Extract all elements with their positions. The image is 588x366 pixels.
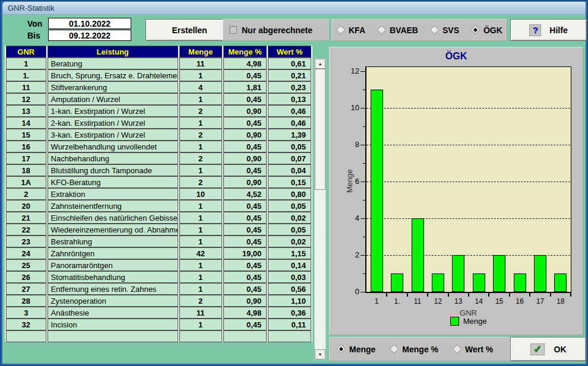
table-cell: 1	[179, 224, 222, 235]
table-cell: 0,45	[223, 200, 267, 212]
insurer-radio-svs[interactable]: SVS	[431, 26, 459, 35]
table-row[interactable]: 131-kan. Exstirpation / Wurzel20,900,46	[6, 105, 311, 117]
table-cell: 1,15	[268, 247, 311, 259]
hilfe-button[interactable]: ? Hilfe	[510, 19, 587, 41]
table-row[interactable]: 1Beratung114,980,61	[6, 58, 311, 69]
von-date-input[interactable]	[48, 18, 131, 29]
nur-abgerechnete-checkbox[interactable]	[229, 26, 237, 34]
table-cell: 0,90	[223, 105, 267, 117]
table-cell: 1,39	[268, 129, 311, 141]
table-cell: Nachbehandlung	[48, 152, 178, 164]
col-header-leistung: Leistung	[48, 46, 178, 58]
table-row[interactable]: 18Blutstillung durch Tamponade10,450,04	[6, 164, 311, 176]
table-row[interactable]: 24Zahnröntgen4219,001,15	[6, 247, 311, 259]
table-cell: Beratung	[48, 58, 178, 69]
table-cell: 11	[6, 81, 46, 93]
table-cell: 0,13	[268, 93, 311, 105]
y-tick-label: 0	[338, 287, 359, 296]
table-cell: 1	[179, 93, 222, 105]
table-cell: Bestrahlung	[48, 235, 178, 247]
table-row[interactable]: 32Incision10,450,11	[6, 319, 311, 330]
scroll-down-button[interactable]: ▼	[315, 349, 325, 359]
table-cell: 1	[179, 283, 222, 295]
table-row[interactable]: 16Wurzelbehandlung unvollendet10,450,05	[6, 141, 311, 152]
table-row[interactable]: 25Panoramaröntgen10,450,14	[6, 259, 311, 271]
table-cell: 24	[6, 247, 46, 259]
stat-radio-wert-[interactable]: Wert %	[454, 345, 493, 354]
table-cell: 0,45	[223, 164, 267, 176]
scrollbar-thumb[interactable]	[315, 69, 325, 190]
table-cell: Stomatitisbehandlung	[48, 271, 178, 283]
insurer-radio-ögk[interactable]: ÖGK	[472, 26, 502, 35]
table-cell: 13	[6, 105, 46, 117]
bar-15	[493, 255, 505, 292]
titlebar[interactable]: GNR-Statistik	[2, 2, 586, 15]
y-minor-tick	[363, 237, 365, 237]
y-tick-label: 4	[338, 214, 359, 222]
table-row[interactable]: 153-kan. Exstirpation / Wurzel20,901,39	[6, 129, 311, 141]
table-row[interactable]: 142-kan. Exstirpation / Wurzel10,450,46	[6, 117, 311, 129]
table-row[interactable]: 28Zystenoperation20,901,10	[6, 295, 311, 307]
col-header-gnr: GNR	[6, 46, 46, 58]
x-tick-label: 1	[366, 297, 387, 305]
ok-button[interactable]: ✓ OK	[510, 337, 586, 361]
insurer-radio-bvaeb[interactable]: BVAEB	[378, 26, 418, 35]
stat-radio-menge-[interactable]: Menge %	[391, 345, 438, 354]
x-tick-label: 15	[489, 297, 509, 305]
table-cell: 1	[179, 259, 222, 271]
table-row[interactable]: 1AKFO-Beratung20,900,15	[6, 176, 311, 188]
y-minor-tick	[363, 163, 365, 164]
x-tick	[386, 293, 387, 297]
table-row[interactable]: 2Extraktion104,520,80	[6, 188, 311, 200]
table-scrollbar[interactable]: ▲ ▼	[314, 58, 326, 360]
bar-1	[371, 90, 383, 292]
bis-date-input[interactable]	[48, 30, 131, 41]
table-cell: Zahnsteinentfernung	[48, 200, 178, 212]
table-row[interactable]: 27Entfernung eines retin. Zahnes10,450,5…	[6, 283, 311, 295]
table-cell: 19,00	[223, 247, 267, 259]
table-row-empty[interactable]	[6, 330, 311, 342]
table-cell: 0,36	[268, 307, 311, 319]
scroll-up-button[interactable]: ▲	[315, 59, 325, 69]
col-header-menge: Menge	[179, 46, 222, 58]
stat-radio-menge[interactable]: Menge	[338, 345, 375, 354]
x-tick-label: 14	[469, 297, 489, 305]
radio-diamond-icon	[430, 26, 440, 35]
table-cell: 0,45	[223, 69, 267, 81]
table-cell: 23	[6, 235, 46, 247]
table-cell	[48, 330, 178, 342]
radio-label: BVAEB	[390, 26, 418, 35]
table-row[interactable]: 20Zahnsteinentfernung10,450,05	[6, 200, 311, 212]
table-row[interactable]: 23Bestrahlung10,450,02	[6, 235, 311, 247]
table-row[interactable]: 26Stomatitisbehandlung10,450,03	[6, 271, 311, 283]
table-cell: 1	[179, 69, 222, 81]
gridline	[366, 108, 570, 109]
table-row[interactable]: 11Stiftverankerung41,810,23	[6, 81, 311, 93]
erstellen-button[interactable]: Erstellen	[146, 19, 233, 41]
table-row[interactable]: 17Nachbehandlung20,900,07	[6, 152, 311, 164]
table-row[interactable]: 12Amputation / Wurzel10,450,13	[6, 93, 311, 105]
y-minor-tick	[363, 200, 365, 200]
table-cell: 3	[6, 307, 46, 319]
table-row[interactable]: 22Wiedereinzementierung od. Abnahme10,45…	[6, 224, 311, 235]
radio-label: SVS	[442, 26, 459, 35]
bis-label: Bis	[27, 31, 40, 40]
footer-panel: MengeMenge %Wert % ✓ OK	[329, 337, 585, 361]
table-cell: 1	[179, 117, 222, 129]
table-cell: 0,46	[268, 105, 311, 117]
table-row[interactable]: 3Anästhesie114,980,36	[6, 307, 311, 319]
table-cell: 32	[6, 319, 46, 330]
content-area: Von Bis Erstellen Nur abgerechnete KFABV…	[2, 15, 586, 364]
arrow-up-icon: ▲	[318, 62, 323, 66]
filter-panel: Nur abgerechnete	[223, 19, 330, 41]
insurer-radio-kfa[interactable]: KFA	[337, 26, 365, 35]
table-row[interactable]: 21Einschleifen des natürlichen Gebisse10…	[6, 212, 311, 224]
table-cell: 1	[6, 58, 46, 69]
radio-diamond-icon	[453, 345, 462, 354]
table-body: 1Beratung114,980,611.Bruch, Sprung, Ersa…	[6, 58, 311, 342]
table-row[interactable]: 1.Bruch, Sprung, Ersatz e. Drahtelemen10…	[6, 69, 311, 81]
table-cell: 0,02	[268, 235, 311, 247]
app-window: GNR-Statistik Von Bis Erstellen Nur abge…	[0, 0, 588, 366]
bar-17	[534, 255, 546, 292]
table-cell: 1.	[6, 69, 46, 81]
